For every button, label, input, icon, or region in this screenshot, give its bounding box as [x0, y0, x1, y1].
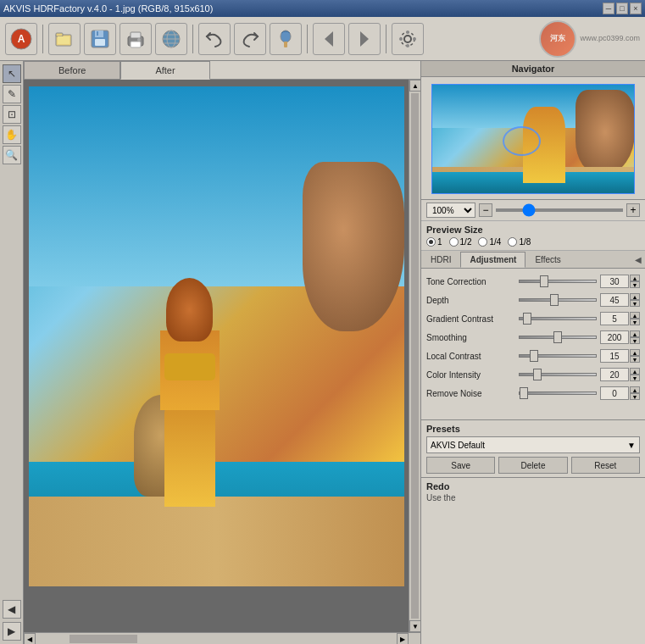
radio-1-dot [426, 237, 436, 247]
color-intensity-slider[interactable] [519, 373, 597, 376]
crop-tool-btn[interactable]: ⊡ [3, 105, 21, 124]
panel-tabs: HDRI Adjustment Effects ◀ [421, 251, 645, 269]
tone-correction-slider[interactable] [519, 280, 597, 283]
preview-size-eighth[interactable]: 1/8 [508, 237, 531, 247]
local-contrast-slider-container [519, 354, 597, 358]
depth-slider[interactable] [519, 298, 597, 302]
gradient-contrast-value-container: 5 ▲ ▼ [600, 312, 640, 325]
undo-action-btn[interactable] [198, 23, 231, 55]
svg-rect-10 [131, 32, 141, 38]
presets-label: Presets [426, 424, 640, 434]
scroll-thumb[interactable] [411, 93, 419, 619]
smoothing-down[interactable]: ▼ [630, 337, 640, 344]
presets-selected-value: AKVIS Default [431, 441, 485, 450]
zoom-in-btn[interactable]: + [626, 203, 640, 217]
minimize-btn[interactable]: ─ [603, 3, 614, 14]
color-intensity-down[interactable]: ▼ [630, 375, 640, 381]
remove-noise-down[interactable]: ▼ [630, 393, 640, 400]
remove-noise-up[interactable]: ▲ [630, 386, 640, 393]
gradient-contrast-row: Gradient Contrast 5 ▲ ▼ [421, 309, 645, 328]
preview-size-1[interactable]: 1 [426, 237, 442, 247]
depth-up[interactable]: ▲ [630, 293, 640, 300]
settings-btn[interactable] [392, 23, 424, 55]
nav-next-btn[interactable]: ▶ [3, 622, 21, 641]
logo-btn[interactable]: A [5, 23, 37, 55]
zoom-slider[interactable] [496, 208, 623, 212]
next-btn[interactable] [348, 23, 381, 55]
remove-noise-row: Remove Noise 0 ▲ ▼ [421, 384, 645, 402]
hand-tool-btn[interactable]: ✋ [3, 125, 21, 144]
prev-btn[interactable] [313, 23, 345, 55]
canvas-area: Before After [24, 61, 420, 644]
open-file-btn[interactable] [48, 23, 81, 55]
preview-size-half[interactable]: 1/2 [449, 237, 472, 247]
color-intensity-up[interactable]: ▲ [630, 368, 640, 375]
reset-preset-btn[interactable]: Reset [571, 457, 640, 474]
depth-label: Depth [426, 296, 515, 305]
redo-action-btn[interactable] [234, 23, 266, 55]
zoom-tool-btn[interactable]: 🔍 [3, 146, 21, 164]
effects-tab[interactable]: Effects [525, 252, 570, 267]
right-panel: Navigator 100% 50% 200% F [420, 61, 645, 644]
scroll-right-arrow[interactable]: ▶ [397, 633, 409, 644]
svg-point-23 [401, 32, 414, 46]
smoothing-spinner: ▲ ▼ [630, 330, 640, 344]
remove-noise-label: Remove Noise [426, 389, 515, 398]
remove-noise-value: 0 [600, 386, 629, 400]
smoothing-row: Smoothing 200 ▲ ▼ [421, 328, 645, 347]
zoom-control: 100% 50% 200% Fit − + [421, 200, 645, 221]
tone-correction-down[interactable]: ▼ [630, 281, 640, 288]
gradient-contrast-slider[interactable] [519, 317, 597, 320]
scroll-left-arrow[interactable]: ◀ [24, 633, 36, 644]
gradient-contrast-up[interactable]: ▲ [630, 312, 640, 319]
remove-noise-value-container: 0 ▲ ▼ [600, 386, 640, 400]
hdri-tab[interactable]: HDRI [421, 252, 460, 267]
presets-dropdown[interactable]: AKVIS Default ▼ [426, 436, 640, 453]
rock-right [303, 162, 404, 331]
horizontal-scrollbar[interactable]: ◀ ▶ [24, 632, 420, 644]
zoom-out-btn[interactable]: − [479, 203, 492, 217]
vertical-scrollbar[interactable]: ▲ ▼ [409, 80, 420, 632]
scroll-down-arrow[interactable]: ▼ [409, 620, 420, 632]
h-scroll-inner [36, 633, 397, 644]
globe-btn[interactable] [155, 23, 187, 55]
svg-point-12 [137, 38, 141, 42]
after-tab[interactable]: After [120, 61, 209, 80]
tone-correction-up[interactable]: ▲ [630, 275, 640, 281]
save-file-btn[interactable] [84, 23, 116, 55]
remove-noise-slider[interactable] [519, 391, 597, 395]
local-contrast-down[interactable]: ▼ [630, 356, 640, 363]
scroll-up-arrow[interactable]: ▲ [409, 80, 420, 92]
gradient-contrast-label: Gradient Contrast [426, 314, 515, 324]
tone-correction-value: 30 [600, 275, 629, 288]
maximize-btn[interactable]: □ [616, 3, 628, 14]
local-contrast-slider[interactable] [519, 354, 597, 358]
before-tab[interactable]: Before [24, 61, 120, 79]
svg-marker-21 [360, 31, 369, 47]
smoothing-value: 200 [600, 330, 629, 344]
local-contrast-up[interactable]: ▲ [630, 349, 640, 356]
depth-down[interactable]: ▼ [630, 300, 640, 307]
preview-size-radio-group: 1 1/2 1/4 1/8 [426, 237, 640, 247]
adjustment-tab[interactable]: Adjustment [460, 252, 525, 268]
smoothing-up[interactable]: ▲ [630, 330, 640, 337]
pointer-tool-btn[interactable]: ↖ [3, 64, 21, 83]
nav-prev-btn[interactable]: ◀ [3, 600, 21, 619]
h-scroll-thumb[interactable] [70, 635, 137, 643]
close-btn[interactable]: × [630, 3, 642, 14]
pencil-tool-btn[interactable]: ✎ [3, 85, 21, 103]
print-btn[interactable] [120, 23, 152, 55]
depth-slider-container [519, 298, 597, 302]
zoom-select[interactable]: 100% 50% 200% Fit [426, 203, 475, 218]
presets-actions: Save Delete Reset [426, 457, 640, 474]
smoothing-slider[interactable] [519, 336, 597, 339]
canvas-scroll-container: ▲ ▼ [24, 80, 420, 632]
brush-tool-btn[interactable] [270, 23, 302, 55]
preview-size-quarter[interactable]: 1/4 [478, 237, 501, 247]
gradient-contrast-down[interactable]: ▼ [630, 319, 640, 325]
svg-rect-6 [95, 31, 103, 37]
redo-label: Redo [426, 481, 640, 491]
save-preset-btn[interactable]: Save [426, 457, 495, 474]
panel-tab-arrow[interactable]: ◀ [631, 251, 645, 268]
delete-preset-btn[interactable]: Delete [498, 457, 567, 474]
